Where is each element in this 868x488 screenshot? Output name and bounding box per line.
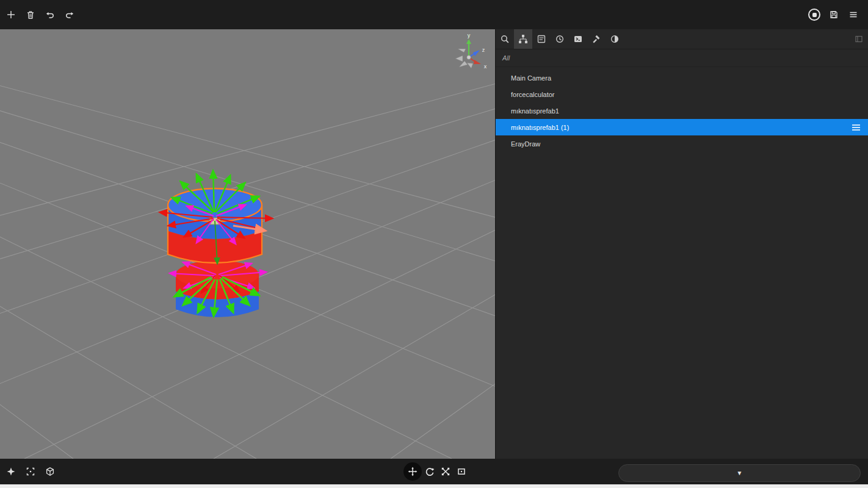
y-axis-label: y xyxy=(468,32,471,38)
undo-icon xyxy=(45,10,55,20)
add-icon xyxy=(6,10,16,20)
scale-tool-button[interactable] xyxy=(438,464,454,479)
panel-tabbar xyxy=(496,29,868,49)
redo-button[interactable] xyxy=(60,5,79,24)
pivot-mode-button[interactable] xyxy=(40,462,60,481)
panel-options-button[interactable] xyxy=(850,29,868,49)
tab-hierarchy[interactable] xyxy=(514,29,532,49)
star-icon xyxy=(6,467,16,476)
tab-console[interactable] xyxy=(569,29,587,49)
save-icon xyxy=(829,10,839,20)
frame-select-button[interactable] xyxy=(21,462,40,481)
scene-viewport[interactable]: y z x xyxy=(0,29,495,459)
stop-record-button[interactable] xyxy=(805,5,824,24)
trash-icon xyxy=(26,10,35,20)
transform-tools xyxy=(403,459,469,484)
bottom-toolbar: ▼ xyxy=(0,459,868,488)
window-edge xyxy=(0,484,868,488)
main-menu-button[interactable] xyxy=(844,5,863,24)
hierarchy-item-label: Main Camera xyxy=(511,74,861,82)
orientation-gizmo[interactable]: y z x xyxy=(446,30,493,79)
z-axis-label: z xyxy=(482,47,485,53)
bottom-left-tools xyxy=(1,462,60,481)
hierarchy-item[interactable]: forcecalculator xyxy=(496,86,868,102)
top-toolbar xyxy=(0,0,868,29)
stop-record-icon xyxy=(808,9,820,21)
hierarchy-panel: All Main Camera forcecalculator mıknatıs… xyxy=(495,29,868,459)
inspector-icon xyxy=(537,34,546,44)
x-axis-label: x xyxy=(484,63,487,70)
history-icon xyxy=(555,34,565,44)
hierarchy-item-label: ErayDraw xyxy=(511,140,861,148)
theme-icon xyxy=(610,34,620,44)
filter-label: All xyxy=(502,54,510,62)
scene-canvas[interactable] xyxy=(0,29,495,459)
save-button[interactable] xyxy=(824,5,844,24)
hierarchy-filter[interactable]: All xyxy=(496,49,868,67)
scene-dropdown[interactable]: ▼ xyxy=(618,464,861,482)
hierarchy-item[interactable]: Main Camera xyxy=(496,70,868,86)
tab-search[interactable] xyxy=(496,29,514,49)
hierarchy-list: Main Camera forcecalculator mıknatıspref… xyxy=(496,67,868,459)
hierarchy-item-label: mıknatısprefab1 (1) xyxy=(511,124,852,131)
main-area: y z x xyxy=(0,29,868,459)
editor-window: y z x xyxy=(0,0,868,488)
cube-icon xyxy=(45,467,55,476)
hierarchy-item-label: forcecalculator xyxy=(511,91,861,98)
tab-history[interactable] xyxy=(551,29,569,49)
console-icon xyxy=(573,34,583,44)
tab-tools[interactable] xyxy=(587,29,606,49)
rotate-icon xyxy=(425,467,435,476)
hierarchy-item[interactable]: ErayDraw xyxy=(496,135,868,152)
snap-button[interactable] xyxy=(1,462,21,481)
menu-icon xyxy=(848,10,858,20)
add-button[interactable] xyxy=(1,5,21,24)
hierarchy-item[interactable]: mıknatısprefab1 xyxy=(496,102,868,119)
tab-theme[interactable] xyxy=(606,29,624,49)
tab-inspector[interactable] xyxy=(532,29,551,49)
move-icon xyxy=(408,467,418,476)
search-icon xyxy=(500,34,510,44)
rotate-tool-button[interactable] xyxy=(422,464,438,479)
panel-options-icon xyxy=(854,34,864,44)
hierarchy-item-selected[interactable]: mıknatısprefab1 (1) xyxy=(496,119,868,135)
magnet-object[interactable] xyxy=(160,171,272,317)
top-toolbar-right xyxy=(805,5,863,24)
rect-tool-button[interactable] xyxy=(454,464,469,479)
dropdown-arrow-icon: ▼ xyxy=(737,470,743,476)
scale-icon xyxy=(441,467,450,476)
hierarchy-icon xyxy=(518,34,528,44)
top-toolbar-left xyxy=(1,5,79,24)
redo-icon xyxy=(65,10,74,20)
frame-icon xyxy=(26,467,35,476)
hierarchy-item-label: mıknatısprefab1 xyxy=(511,107,861,115)
undo-button[interactable] xyxy=(40,5,60,24)
delete-button[interactable] xyxy=(21,5,40,24)
move-tool-button[interactable] xyxy=(403,462,422,481)
item-menu-button[interactable] xyxy=(852,124,861,131)
rect-tool-icon xyxy=(457,467,466,476)
tools-icon xyxy=(591,34,601,44)
